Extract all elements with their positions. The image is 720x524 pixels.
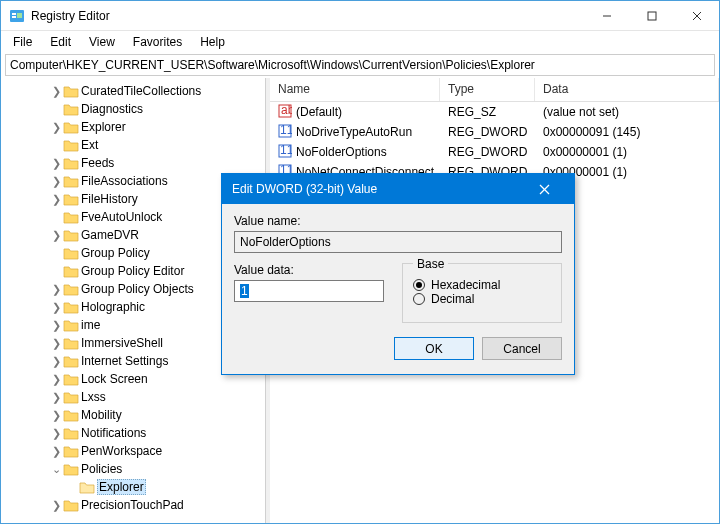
tree-node[interactable]: Ext — [1, 136, 265, 154]
tree-node[interactable]: ❯PrecisionTouchPad — [1, 496, 265, 514]
app-icon — [9, 8, 25, 24]
maximize-icon — [647, 11, 657, 21]
expand-icon[interactable]: ❯ — [49, 121, 63, 134]
tree-node-label: FileAssociations — [81, 174, 168, 188]
radio-decimal[interactable]: Decimal — [413, 292, 551, 306]
ok-button[interactable]: OK — [394, 337, 474, 360]
expand-icon[interactable]: ❯ — [49, 499, 63, 512]
close-button[interactable] — [674, 1, 719, 30]
radio-icon — [413, 279, 425, 291]
expand-icon[interactable]: ❯ — [49, 319, 63, 332]
tree-node[interactable]: Explorer — [1, 478, 265, 496]
address-bar[interactable]: Computer\HKEY_CURRENT_USER\Software\Micr… — [5, 54, 715, 76]
tree-node[interactable]: ❯Feeds — [1, 154, 265, 172]
tree-node-label: Internet Settings — [81, 354, 168, 368]
tree-node-label: Explorer — [97, 479, 146, 495]
tree-node-label: Feeds — [81, 156, 114, 170]
expand-icon[interactable] — [49, 139, 63, 151]
value-name-field[interactable]: NoFolderOptions — [234, 231, 562, 253]
tree-node[interactable]: ❯CuratedTileCollections — [1, 82, 265, 100]
expand-icon[interactable] — [49, 211, 63, 223]
list-row[interactable]: 110NoDriveTypeAutoRunREG_DWORD0x00000091… — [270, 122, 719, 142]
expand-icon[interactable]: ❯ — [49, 409, 63, 422]
cancel-button[interactable]: Cancel — [482, 337, 562, 360]
menu-bar: File Edit View Favorites Help — [1, 31, 719, 52]
expand-icon[interactable] — [49, 265, 63, 277]
tree-node-label: Group Policy Objects — [81, 282, 194, 296]
menu-favorites[interactable]: Favorites — [125, 33, 190, 51]
menu-help[interactable]: Help — [192, 33, 233, 51]
tree-node[interactable]: ❯Explorer — [1, 118, 265, 136]
expand-icon[interactable] — [49, 247, 63, 259]
tree-node-label: ImmersiveShell — [81, 336, 163, 350]
value-name-text: NoFolderOptions — [240, 235, 331, 249]
tree-node-label: Policies — [81, 462, 122, 476]
column-name[interactable]: Name — [270, 78, 440, 101]
svg-rect-3 — [17, 13, 22, 18]
tree-node[interactable]: ❯Lxss — [1, 388, 265, 406]
expand-icon[interactable]: ❯ — [49, 337, 63, 350]
expand-icon[interactable]: ❯ — [49, 355, 63, 368]
expand-icon[interactable]: ❯ — [49, 193, 63, 206]
radio-hex-label: Hexadecimal — [431, 278, 500, 292]
radio-hexadecimal[interactable]: Hexadecimal — [413, 278, 551, 292]
tree-node[interactable]: ❯PenWorkspace — [1, 442, 265, 460]
tree-node-label: Mobility — [81, 408, 122, 422]
tree-node-label: Ext — [81, 138, 98, 152]
expand-icon[interactable]: ❯ — [49, 85, 63, 98]
svg-rect-2 — [12, 16, 16, 18]
expand-icon[interactable]: ❯ — [49, 283, 63, 296]
registry-editor-window: Registry Editor File Edit View Favorites… — [0, 0, 720, 524]
tree-node[interactable]: ❯Mobility — [1, 406, 265, 424]
expand-icon[interactable]: ❯ — [49, 157, 63, 170]
dialog-title: Edit DWORD (32-bit) Value — [232, 182, 377, 196]
tree-node-label: Lock Screen — [81, 372, 148, 386]
menu-file[interactable]: File — [5, 33, 40, 51]
reg-value-icon: ab — [278, 104, 292, 121]
tree-node[interactable]: Diagnostics — [1, 100, 265, 118]
expand-icon[interactable]: ❯ — [49, 229, 63, 242]
list-row[interactable]: 110NoFolderOptionsREG_DWORD0x00000001 (1… — [270, 142, 719, 162]
column-type[interactable]: Type — [440, 78, 535, 101]
tree-node[interactable]: ⌄Policies — [1, 460, 265, 478]
column-data[interactable]: Data — [535, 78, 719, 101]
dialog-title-bar: Edit DWORD (32-bit) Value — [222, 174, 574, 204]
tree-node-label: ime — [81, 318, 100, 332]
expand-icon[interactable]: ❯ — [49, 301, 63, 314]
menu-view[interactable]: View — [81, 33, 123, 51]
dialog-close-button[interactable] — [524, 176, 564, 202]
expand-icon[interactable]: ⌄ — [49, 463, 63, 476]
expand-icon[interactable]: ❯ — [49, 445, 63, 458]
value-type: REG_SZ — [440, 105, 535, 119]
expand-icon[interactable] — [49, 103, 63, 115]
minimize-icon — [602, 11, 612, 21]
maximize-button[interactable] — [629, 1, 674, 30]
value-type: REG_DWORD — [440, 125, 535, 139]
expand-icon[interactable] — [65, 481, 79, 493]
expand-icon[interactable]: ❯ — [49, 175, 63, 188]
radio-icon — [413, 293, 425, 305]
value-data-field[interactable]: 1 — [234, 280, 384, 302]
expand-icon[interactable]: ❯ — [49, 391, 63, 404]
value-data-text: 1 — [240, 284, 249, 298]
edit-dword-dialog: Edit DWORD (32-bit) Value Value name: No… — [221, 173, 575, 375]
value-name-label: Value name: — [234, 214, 562, 228]
svg-rect-1 — [12, 13, 16, 15]
menu-edit[interactable]: Edit — [42, 33, 79, 51]
minimize-button[interactable] — [584, 1, 629, 30]
tree-node-label: GameDVR — [81, 228, 139, 242]
svg-text:110: 110 — [280, 144, 292, 157]
close-icon — [692, 11, 702, 21]
svg-text:ab: ab — [281, 104, 292, 117]
list-row[interactable]: ab(Default)REG_SZ(value not set) — [270, 102, 719, 122]
tree-node-label: PrecisionTouchPad — [81, 498, 184, 512]
list-header: Name Type Data — [270, 78, 719, 102]
tree-node-label: Explorer — [81, 120, 126, 134]
expand-icon[interactable]: ❯ — [49, 373, 63, 386]
reg-value-icon: 110 — [278, 144, 292, 161]
value-name: NoFolderOptions — [296, 145, 387, 159]
tree-node[interactable]: ❯Notifications — [1, 424, 265, 442]
tree-node-label: Lxss — [81, 390, 106, 404]
value-data: 0x00000091 (145) — [535, 125, 719, 139]
expand-icon[interactable]: ❯ — [49, 427, 63, 440]
